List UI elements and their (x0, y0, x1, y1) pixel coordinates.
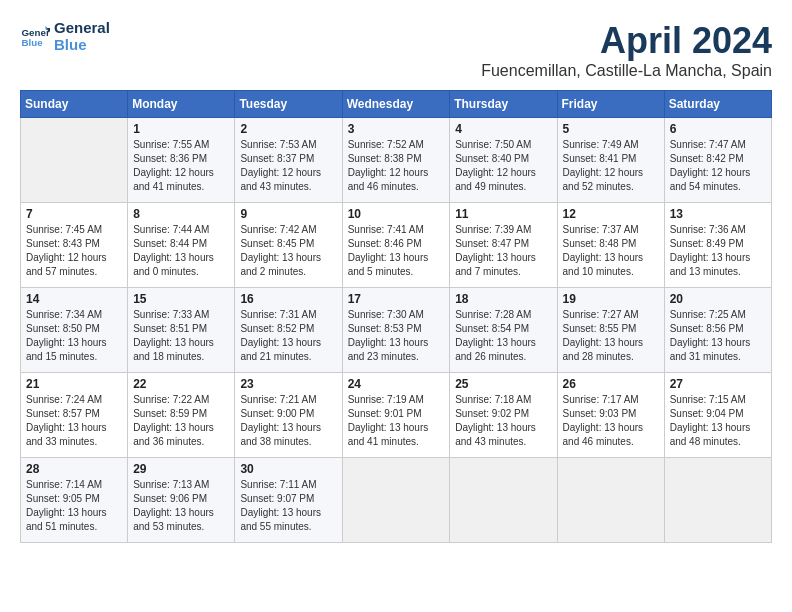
day-cell (21, 118, 128, 203)
day-cell: 22Sunrise: 7:22 AMSunset: 8:59 PMDayligh… (128, 373, 235, 458)
logo-icon: General Blue (20, 22, 50, 52)
day-number: 14 (26, 292, 122, 306)
day-cell: 19Sunrise: 7:27 AMSunset: 8:55 PMDayligh… (557, 288, 664, 373)
day-number: 16 (240, 292, 336, 306)
header-cell-friday: Friday (557, 91, 664, 118)
day-number: 20 (670, 292, 766, 306)
day-cell: 2Sunrise: 7:53 AMSunset: 8:37 PMDaylight… (235, 118, 342, 203)
day-number: 26 (563, 377, 659, 391)
day-cell: 20Sunrise: 7:25 AMSunset: 8:56 PMDayligh… (664, 288, 771, 373)
header-cell-thursday: Thursday (450, 91, 557, 118)
day-number: 10 (348, 207, 445, 221)
day-info: Sunrise: 7:55 AMSunset: 8:36 PMDaylight:… (133, 138, 229, 194)
day-info: Sunrise: 7:50 AMSunset: 8:40 PMDaylight:… (455, 138, 551, 194)
day-cell: 27Sunrise: 7:15 AMSunset: 9:04 PMDayligh… (664, 373, 771, 458)
day-cell: 23Sunrise: 7:21 AMSunset: 9:00 PMDayligh… (235, 373, 342, 458)
day-cell: 3Sunrise: 7:52 AMSunset: 8:38 PMDaylight… (342, 118, 450, 203)
day-info: Sunrise: 7:37 AMSunset: 8:48 PMDaylight:… (563, 223, 659, 279)
day-info: Sunrise: 7:36 AMSunset: 8:49 PMDaylight:… (670, 223, 766, 279)
day-info: Sunrise: 7:28 AMSunset: 8:54 PMDaylight:… (455, 308, 551, 364)
location-title: Fuencemillan, Castille-La Mancha, Spain (481, 62, 772, 80)
day-number: 5 (563, 122, 659, 136)
day-cell: 29Sunrise: 7:13 AMSunset: 9:06 PMDayligh… (128, 458, 235, 543)
week-row-2: 7Sunrise: 7:45 AMSunset: 8:43 PMDaylight… (21, 203, 772, 288)
day-info: Sunrise: 7:21 AMSunset: 9:00 PMDaylight:… (240, 393, 336, 449)
day-info: Sunrise: 7:11 AMSunset: 9:07 PMDaylight:… (240, 478, 336, 534)
day-info: Sunrise: 7:19 AMSunset: 9:01 PMDaylight:… (348, 393, 445, 449)
day-info: Sunrise: 7:30 AMSunset: 8:53 PMDaylight:… (348, 308, 445, 364)
day-number: 8 (133, 207, 229, 221)
day-info: Sunrise: 7:25 AMSunset: 8:56 PMDaylight:… (670, 308, 766, 364)
day-info: Sunrise: 7:52 AMSunset: 8:38 PMDaylight:… (348, 138, 445, 194)
day-cell: 6Sunrise: 7:47 AMSunset: 8:42 PMDaylight… (664, 118, 771, 203)
day-cell: 14Sunrise: 7:34 AMSunset: 8:50 PMDayligh… (21, 288, 128, 373)
day-info: Sunrise: 7:27 AMSunset: 8:55 PMDaylight:… (563, 308, 659, 364)
day-number: 29 (133, 462, 229, 476)
day-info: Sunrise: 7:31 AMSunset: 8:52 PMDaylight:… (240, 308, 336, 364)
day-cell: 16Sunrise: 7:31 AMSunset: 8:52 PMDayligh… (235, 288, 342, 373)
day-cell (664, 458, 771, 543)
day-number: 3 (348, 122, 445, 136)
day-number: 17 (348, 292, 445, 306)
day-info: Sunrise: 7:24 AMSunset: 8:57 PMDaylight:… (26, 393, 122, 449)
day-number: 25 (455, 377, 551, 391)
day-number: 15 (133, 292, 229, 306)
day-info: Sunrise: 7:33 AMSunset: 8:51 PMDaylight:… (133, 308, 229, 364)
day-cell: 25Sunrise: 7:18 AMSunset: 9:02 PMDayligh… (450, 373, 557, 458)
day-cell: 11Sunrise: 7:39 AMSunset: 8:47 PMDayligh… (450, 203, 557, 288)
day-info: Sunrise: 7:22 AMSunset: 8:59 PMDaylight:… (133, 393, 229, 449)
day-cell: 30Sunrise: 7:11 AMSunset: 9:07 PMDayligh… (235, 458, 342, 543)
week-row-5: 28Sunrise: 7:14 AMSunset: 9:05 PMDayligh… (21, 458, 772, 543)
day-cell: 10Sunrise: 7:41 AMSunset: 8:46 PMDayligh… (342, 203, 450, 288)
header-cell-saturday: Saturday (664, 91, 771, 118)
day-info: Sunrise: 7:39 AMSunset: 8:47 PMDaylight:… (455, 223, 551, 279)
svg-text:Blue: Blue (22, 37, 44, 48)
day-info: Sunrise: 7:47 AMSunset: 8:42 PMDaylight:… (670, 138, 766, 194)
week-row-1: 1Sunrise: 7:55 AMSunset: 8:36 PMDaylight… (21, 118, 772, 203)
day-info: Sunrise: 7:13 AMSunset: 9:06 PMDaylight:… (133, 478, 229, 534)
page-header: General Blue General Blue April 2024 Fue… (20, 20, 772, 80)
day-cell: 12Sunrise: 7:37 AMSunset: 8:48 PMDayligh… (557, 203, 664, 288)
day-info: Sunrise: 7:44 AMSunset: 8:44 PMDaylight:… (133, 223, 229, 279)
day-cell: 7Sunrise: 7:45 AMSunset: 8:43 PMDaylight… (21, 203, 128, 288)
week-row-4: 21Sunrise: 7:24 AMSunset: 8:57 PMDayligh… (21, 373, 772, 458)
day-number: 2 (240, 122, 336, 136)
week-row-3: 14Sunrise: 7:34 AMSunset: 8:50 PMDayligh… (21, 288, 772, 373)
day-cell: 28Sunrise: 7:14 AMSunset: 9:05 PMDayligh… (21, 458, 128, 543)
day-cell: 13Sunrise: 7:36 AMSunset: 8:49 PMDayligh… (664, 203, 771, 288)
day-number: 24 (348, 377, 445, 391)
title-block: April 2024 Fuencemillan, Castille-La Man… (481, 20, 772, 80)
day-cell: 24Sunrise: 7:19 AMSunset: 9:01 PMDayligh… (342, 373, 450, 458)
day-number: 27 (670, 377, 766, 391)
day-cell: 5Sunrise: 7:49 AMSunset: 8:41 PMDaylight… (557, 118, 664, 203)
day-info: Sunrise: 7:34 AMSunset: 8:50 PMDaylight:… (26, 308, 122, 364)
day-cell: 18Sunrise: 7:28 AMSunset: 8:54 PMDayligh… (450, 288, 557, 373)
day-info: Sunrise: 7:42 AMSunset: 8:45 PMDaylight:… (240, 223, 336, 279)
day-info: Sunrise: 7:49 AMSunset: 8:41 PMDaylight:… (563, 138, 659, 194)
day-number: 11 (455, 207, 551, 221)
day-number: 18 (455, 292, 551, 306)
day-info: Sunrise: 7:17 AMSunset: 9:03 PMDaylight:… (563, 393, 659, 449)
day-info: Sunrise: 7:15 AMSunset: 9:04 PMDaylight:… (670, 393, 766, 449)
header-cell-wednesday: Wednesday (342, 91, 450, 118)
month-title: April 2024 (481, 20, 772, 62)
day-number: 13 (670, 207, 766, 221)
header-row: SundayMondayTuesdayWednesdayThursdayFrid… (21, 91, 772, 118)
day-number: 9 (240, 207, 336, 221)
day-number: 23 (240, 377, 336, 391)
day-cell: 1Sunrise: 7:55 AMSunset: 8:36 PMDaylight… (128, 118, 235, 203)
day-cell: 21Sunrise: 7:24 AMSunset: 8:57 PMDayligh… (21, 373, 128, 458)
logo-name-general: General (54, 20, 110, 37)
day-number: 21 (26, 377, 122, 391)
day-info: Sunrise: 7:14 AMSunset: 9:05 PMDaylight:… (26, 478, 122, 534)
day-cell: 15Sunrise: 7:33 AMSunset: 8:51 PMDayligh… (128, 288, 235, 373)
day-cell: 26Sunrise: 7:17 AMSunset: 9:03 PMDayligh… (557, 373, 664, 458)
calendar-table: SundayMondayTuesdayWednesdayThursdayFrid… (20, 90, 772, 543)
day-info: Sunrise: 7:53 AMSunset: 8:37 PMDaylight:… (240, 138, 336, 194)
day-cell: 4Sunrise: 7:50 AMSunset: 8:40 PMDaylight… (450, 118, 557, 203)
logo: General Blue General Blue (20, 20, 110, 53)
day-number: 1 (133, 122, 229, 136)
header-cell-sunday: Sunday (21, 91, 128, 118)
day-number: 22 (133, 377, 229, 391)
day-cell: 8Sunrise: 7:44 AMSunset: 8:44 PMDaylight… (128, 203, 235, 288)
